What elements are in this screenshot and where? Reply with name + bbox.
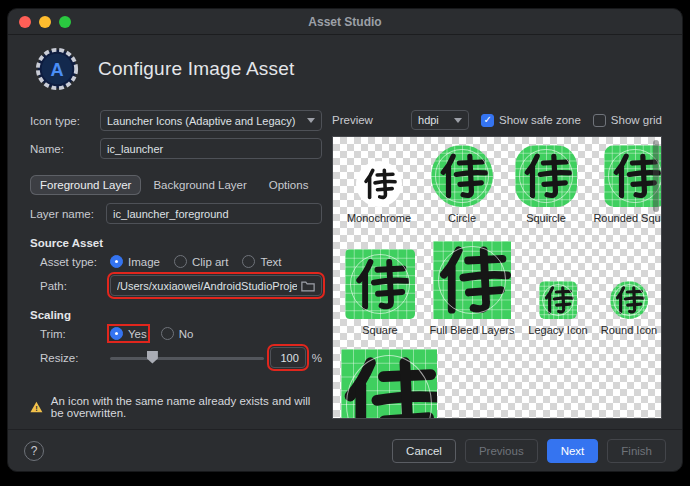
svg-text:!: !: [35, 404, 38, 413]
preview-tile: Legacy Icon: [523, 281, 593, 336]
monochrome-preview-icon: [356, 161, 402, 207]
preview-tile: Rounded Square: [587, 145, 662, 224]
next-label: Next: [561, 445, 585, 457]
path-field[interactable]: /Users/xuxiaowei/AndroidStudioProjects/a…: [110, 275, 322, 296]
radio-selected-icon: [110, 255, 123, 268]
percent-label: %: [312, 352, 322, 364]
radio-icon: [242, 255, 255, 268]
tile-label: Square: [362, 324, 397, 336]
name-value: ic_launcher: [107, 143, 163, 155]
title-bar: Asset Studio: [8, 9, 682, 35]
large-preview-tile: [341, 349, 437, 419]
asset-type-clipart-option[interactable]: Clip art: [174, 255, 228, 268]
icon-type-label: Icon type:: [30, 115, 94, 127]
preview-tile: Full Bleed Layers: [421, 241, 523, 336]
squircle-preview-icon: [515, 145, 577, 207]
layer-tabs: Foreground Layer Background Layer Option…: [30, 175, 322, 195]
preview-tile: Monochrome: [339, 161, 419, 224]
app-glyph-icon: [520, 150, 572, 202]
preview-pane: Preview hdpi Show safe zone Show grid: [332, 110, 662, 429]
resize-slider[interactable]: [110, 351, 264, 365]
trim-no-option[interactable]: No: [161, 327, 194, 340]
main-content: Icon type: Launcher Icons (Adaptive and …: [8, 104, 682, 429]
trim-yes-label: Yes: [128, 328, 147, 340]
tile-label: Round Icon: [601, 324, 657, 336]
preview-label: Preview: [332, 114, 373, 126]
cancel-button[interactable]: Cancel: [392, 439, 456, 463]
tile-label: Squircle: [526, 212, 566, 224]
resize-value: 100: [280, 352, 298, 364]
name-label: Name:: [30, 143, 94, 155]
app-glyph-icon: [542, 284, 574, 316]
icon-type-select[interactable]: Launcher Icons (Adaptive and Legacy): [100, 110, 322, 131]
warning-text: An icon with the same name already exist…: [51, 395, 322, 419]
next-button[interactable]: Next: [547, 439, 599, 463]
close-button[interactable]: [19, 16, 31, 28]
config-form: Icon type: Launcher Icons (Adaptive and …: [30, 110, 322, 429]
checkbox-checked-icon: [481, 114, 494, 127]
full-bleed-preview-icon: [433, 241, 511, 319]
trim-no-label: No: [179, 328, 194, 340]
page-title: Configure Image Asset: [98, 58, 294, 80]
warning-icon: !: [30, 400, 43, 414]
browse-folder-icon[interactable]: [301, 280, 315, 292]
checkbox-unchecked-icon: [593, 114, 606, 127]
layer-name-label: Layer name:: [30, 208, 100, 220]
show-grid-checkbox[interactable]: Show grid: [593, 114, 662, 127]
preview-header: Preview hdpi Show safe zone Show grid: [332, 110, 662, 130]
asset-type-text-option[interactable]: Text: [242, 255, 281, 268]
circle-preview-icon: [431, 145, 493, 207]
finish-button[interactable]: Finish: [607, 439, 666, 463]
app-glyph-icon: [351, 255, 410, 314]
help-button[interactable]: ?: [24, 441, 44, 461]
name-field[interactable]: ic_launcher: [100, 138, 322, 159]
app-glyph-icon: [436, 150, 488, 202]
app-glyph-icon: [361, 166, 397, 202]
header: A Configure Image Asset: [8, 35, 682, 104]
zoom-button[interactable]: [59, 16, 71, 28]
show-safe-zone-label: Show safe zone: [499, 114, 581, 126]
scaling-section-title: Scaling: [30, 309, 322, 321]
app-glyph-icon: [341, 349, 437, 419]
trim-label: Trim:: [40, 328, 104, 340]
resize-value-field[interactable]: 100: [270, 347, 306, 368]
legacy-icon-preview: [539, 281, 577, 319]
radio-icon: [161, 327, 174, 340]
footer-bar: ? Cancel Previous Next Finish: [8, 429, 682, 471]
app-glyph-icon: [433, 241, 511, 319]
asset-type-text-label: Text: [260, 256, 281, 268]
tab-options[interactable]: Options: [259, 175, 319, 195]
preview-tile: Circle: [419, 145, 505, 224]
preview-tile: Square: [339, 249, 421, 336]
slider-thumb[interactable]: [147, 351, 158, 364]
source-asset-section-title: Source Asset: [30, 237, 322, 249]
density-value: hdpi: [418, 114, 439, 126]
preview-tile: Squircle: [505, 145, 587, 224]
path-value: /Users/xuxiaowei/AndroidStudioProjects/a…: [117, 280, 297, 292]
square-preview-icon: [345, 249, 415, 319]
asset-type-clipart-label: Clip art: [192, 256, 228, 268]
preview-row-2: Square Full Bleed Layers Legacy Icon: [339, 241, 662, 336]
layer-name-value: ic_launcher_foreground: [113, 208, 229, 220]
radio-icon: [174, 255, 187, 268]
help-label: ?: [31, 444, 38, 458]
preview-row-1: Monochrome Circle Squircle: [339, 145, 662, 224]
previous-button[interactable]: Previous: [465, 439, 538, 463]
layer-name-field[interactable]: ic_launcher_foreground: [106, 203, 322, 224]
preview-canvas: Monochrome Circle Squircle: [332, 136, 662, 419]
tile-label: Full Bleed Layers: [430, 324, 515, 336]
minimize-button[interactable]: [39, 16, 51, 28]
path-label: Path:: [40, 280, 104, 292]
trim-radios: Yes No: [110, 327, 322, 340]
tab-background-layer[interactable]: Background Layer: [143, 175, 256, 195]
density-select[interactable]: hdpi: [411, 110, 469, 130]
window-title: Asset Studio: [308, 15, 381, 29]
round-icon-preview: [610, 281, 648, 319]
asset-type-label: Asset type:: [40, 256, 104, 268]
asset-type-image-option[interactable]: Image: [110, 255, 160, 268]
tab-foreground-layer[interactable]: Foreground Layer: [30, 175, 141, 195]
preview-scrollbar[interactable]: [653, 140, 659, 212]
show-safe-zone-checkbox[interactable]: Show safe zone: [481, 114, 581, 127]
trim-yes-option[interactable]: Yes: [110, 327, 147, 340]
tile-label: Legacy Icon: [528, 324, 587, 336]
